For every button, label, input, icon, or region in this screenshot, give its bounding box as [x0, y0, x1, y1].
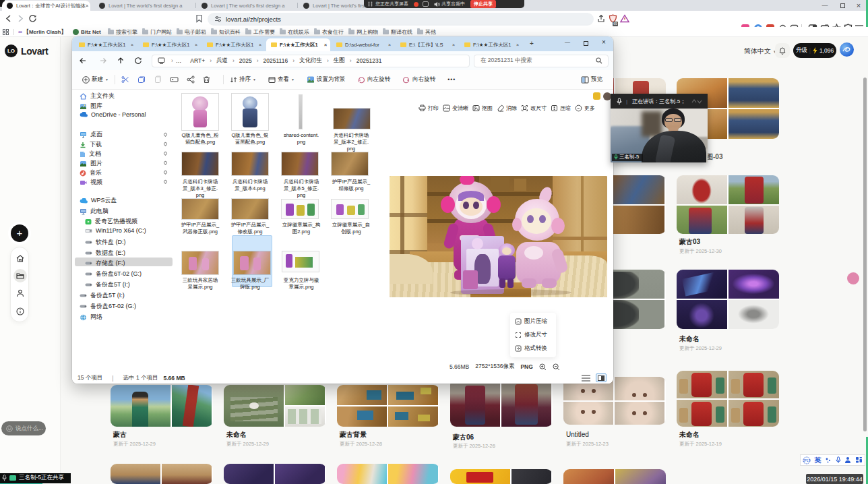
- svg-text:JP17: JP17: [803, 459, 811, 462]
